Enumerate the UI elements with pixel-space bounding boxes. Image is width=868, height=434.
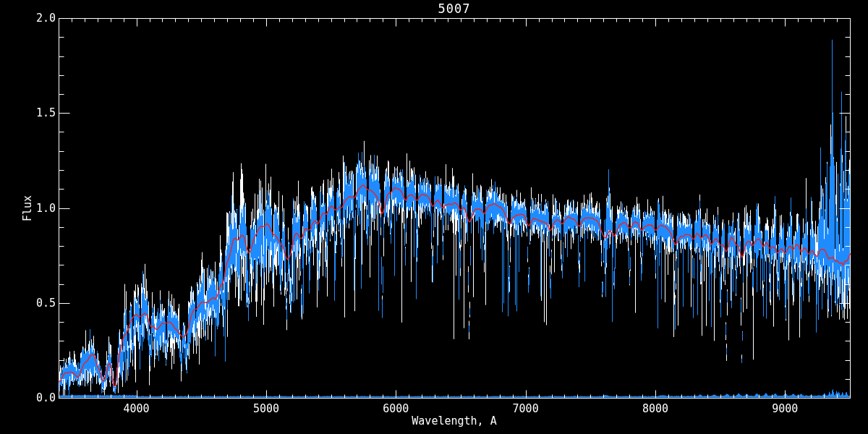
x-tick-label: 5000: [244, 402, 288, 415]
y-tick-label: 2.0: [23, 12, 56, 25]
y-tick-label: 1.5: [23, 106, 56, 119]
y-tick-label: 0.5: [23, 297, 56, 310]
x-tick-label: 9000: [763, 402, 807, 415]
x-tick-label: 8000: [634, 402, 677, 415]
y-tick-label: 1.0: [23, 202, 56, 215]
plot-title: 5007: [59, 1, 850, 16]
x-tick-label: 6000: [374, 402, 417, 415]
spectrum-plot: 5007 Wavelength, A Flux 4000500060007000…: [0, 0, 868, 434]
spectrum-canvas: [0, 0, 868, 434]
x-tick-label: 4000: [115, 402, 158, 415]
x-axis-label: Wavelength, A: [59, 414, 850, 427]
x-tick-label: 7000: [504, 402, 548, 415]
y-tick-label: 0.0: [23, 391, 56, 404]
